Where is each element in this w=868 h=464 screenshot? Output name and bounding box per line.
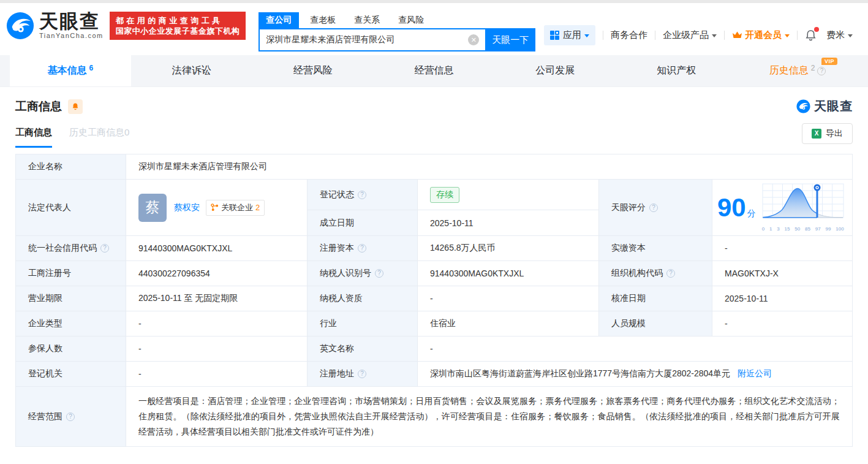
field-label-biz-term: 营业期限 xyxy=(16,286,126,311)
help-icon[interactable] xyxy=(358,370,366,378)
field-value-insured-count: - xyxy=(126,337,308,362)
monitor-bell-button[interactable] xyxy=(68,99,83,114)
tab-company-development[interactable]: 公司发展 xyxy=(494,55,616,86)
field-label-taxpayer-id: 纳税人识别号 xyxy=(308,261,418,286)
tab-count: 2 xyxy=(811,64,815,72)
help-icon[interactable] xyxy=(666,269,675,278)
chevron-down-icon xyxy=(785,34,790,37)
help-icon[interactable] xyxy=(100,244,109,253)
help-icon[interactable] xyxy=(66,413,75,421)
tianyancha-watermark: 天眼查 xyxy=(796,98,853,115)
menu-divider xyxy=(655,31,655,40)
apps-label: 应用 xyxy=(563,29,581,41)
field-label-company-name: 企业名称 xyxy=(16,154,126,180)
menu-open-vip[interactable]: 开通会员 xyxy=(732,29,790,41)
help-icon[interactable] xyxy=(817,67,826,75)
search-box xyxy=(259,28,485,51)
vip-badge: VIP xyxy=(821,58,837,65)
subtab-history-business-info[interactable]: 历史工商信息0 xyxy=(69,127,129,148)
tab-label: 公司发展 xyxy=(535,64,575,77)
field-label-org-code: 组织机构代码 xyxy=(599,261,712,286)
subtab-business-info[interactable]: 工商信息 xyxy=(15,127,52,148)
clear-search-icon[interactable] xyxy=(468,34,479,45)
tab-operation-risk[interactable]: 经营风险 xyxy=(252,55,374,86)
apps-menu[interactable]: 应用 xyxy=(544,25,595,45)
field-value-org-code: MAG0KTXJ-X xyxy=(712,261,853,286)
table-row: 法定代表人 蔡 蔡权安 关联企业 2 xyxy=(16,180,853,210)
address-text: 深圳市南山区粤海街道蔚蓝海岸社区创业路1777号海信南方大厦2802-2804单… xyxy=(430,368,730,378)
field-value-company-type: - xyxy=(126,311,308,337)
tab-label: 经营信息 xyxy=(415,64,454,77)
enterprise-label: 企业级产品 xyxy=(663,29,709,41)
watermark-label: 天眼查 xyxy=(814,98,853,115)
help-icon[interactable] xyxy=(358,191,366,199)
field-value-biz-term: 2025-10-11 至 无固定期限 xyxy=(126,286,308,311)
search-button[interactable]: 天眼一下 xyxy=(485,28,535,51)
field-value-reg-address: 深圳市南山区粤海街道蔚蓝海岸社区创业路1777号海信南方大厦2802-2804单… xyxy=(418,362,853,387)
help-icon[interactable] xyxy=(358,244,366,253)
menu-business-coop[interactable]: 商务合作 xyxy=(611,29,647,41)
field-label-reg-capital: 注册资本 xyxy=(308,236,418,261)
search-tab-risk[interactable]: 查风险 xyxy=(398,12,424,28)
field-value-paid-capital: - xyxy=(712,236,853,261)
logo-title: 天眼查 xyxy=(39,12,104,31)
field-label-establish-date: 成立日期 xyxy=(308,210,418,236)
site-logo[interactable]: 天眼查 TianYanCha.com xyxy=(6,12,104,40)
related-companies-badge[interactable]: 关联企业 2 xyxy=(206,200,265,216)
tab-history-info[interactable]: VIP 历史信息 2 xyxy=(737,55,858,86)
tab-label: 经营风险 xyxy=(293,64,333,77)
field-label-reg-status: 登记状态 xyxy=(308,180,418,210)
slogan-banner: 都在用的商业查询工具 国家中小企业发展子基金旗下机构 xyxy=(110,12,246,40)
search-input[interactable] xyxy=(260,35,468,45)
help-icon[interactable] xyxy=(649,203,658,212)
field-label-legal-rep: 法定代表人 xyxy=(16,180,126,236)
nearby-companies-link[interactable]: 附近公司 xyxy=(738,368,772,378)
score-distribution-chart: 01 315 5085 9799 100 xyxy=(762,183,844,232)
slogan-line2: 国家中小企业发展子基金旗下机构 xyxy=(116,26,240,36)
search-tab-boss[interactable]: 查老板 xyxy=(310,12,336,28)
field-value-industry: 住宿业 xyxy=(418,311,599,337)
tab-intellectual-property[interactable]: 知识产权 xyxy=(616,55,737,86)
legal-rep-avatar[interactable]: 蔡 xyxy=(138,194,167,222)
legal-rep-link[interactable]: 蔡权安 xyxy=(174,202,200,213)
search-tab-relation[interactable]: 查关系 xyxy=(354,12,380,28)
chevron-down-icon xyxy=(712,34,717,37)
bell-icon xyxy=(72,102,79,110)
score-value: 90分 xyxy=(717,195,756,221)
help-icon[interactable] xyxy=(375,269,383,278)
field-label-industry: 行业 xyxy=(308,311,418,337)
tianyancha-eye-icon xyxy=(796,99,810,113)
field-value-company-name: 深圳市星耀未来酒店管理有限公司 xyxy=(126,154,853,180)
field-value-reg-capital: 14265.8万人民币 xyxy=(418,236,599,261)
tab-basic-info[interactable]: 基本信息 6 xyxy=(10,55,131,86)
notifications-bell[interactable] xyxy=(805,29,817,41)
field-label-reg-address: 注册地址 xyxy=(308,362,418,387)
tianyancha-eye-icon xyxy=(6,12,34,40)
export-button[interactable]: 导出 xyxy=(802,123,853,144)
tab-label: 基本信息 xyxy=(48,64,87,77)
table-row: 企业名称 深圳市星耀未来酒店管理有限公司 xyxy=(16,154,853,180)
main-content: 工商信息 天眼查 工商信息 历史工商信息0 导出 xyxy=(0,98,868,447)
field-label-english-name: 英文名称 xyxy=(308,337,418,362)
score-axis: 01 315 5085 9799 100 xyxy=(762,226,844,232)
crown-icon xyxy=(732,31,742,40)
menu-divider xyxy=(603,31,603,40)
tab-legal-litigation[interactable]: 法律诉讼 xyxy=(131,55,252,86)
field-value-reg-number: 440300227096354 xyxy=(126,261,308,286)
field-label-reg-number: 工商注册号 xyxy=(16,261,126,286)
user-menu[interactable]: 费米 xyxy=(826,29,853,41)
menu-divider xyxy=(724,31,725,40)
menu-enterprise-products[interactable]: 企业级产品 xyxy=(663,29,717,41)
tab-operation-info[interactable]: 经营信息 xyxy=(374,55,495,86)
field-value-establish-date: 2025-10-11 xyxy=(418,210,599,236)
chevron-down-icon xyxy=(848,34,853,37)
field-label-biz-scope: 经营范围 xyxy=(16,387,126,447)
field-label-approval-date: 核准日期 xyxy=(599,286,712,311)
table-row: 统一社会信用代码 91440300MAG0KTXJXL 注册资本 14265.8… xyxy=(16,236,853,261)
search-tab-company[interactable]: 查公司 xyxy=(259,12,299,28)
table-row: 参保人数 - 英文名称 - xyxy=(16,337,853,362)
search-area: 查公司 查老板 查关系 查风险 天眼一下 xyxy=(259,12,535,51)
table-row: 登记机关 - 注册地址 深圳市南山区粤海街道蔚蓝海岸社区创业路1777号海信南方… xyxy=(16,362,853,387)
status-badge: 存续 xyxy=(430,187,459,203)
site-header: 天眼查 TianYanCha.com 都在用的商业查询工具 国家中小企业发展子基… xyxy=(0,3,868,55)
